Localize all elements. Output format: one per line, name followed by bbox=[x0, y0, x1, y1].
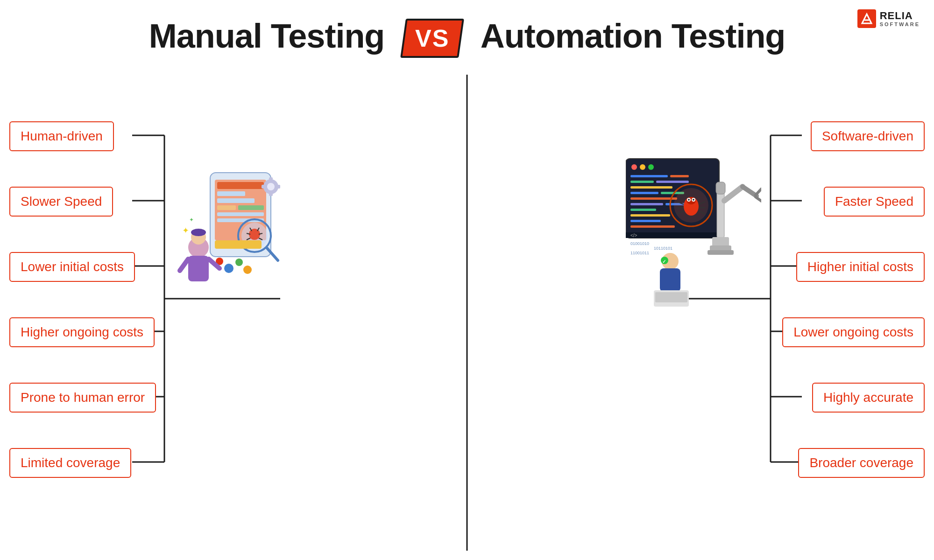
svg-text:✓: ✓ bbox=[662, 259, 666, 264]
right-box-4: Lower ongoing costs bbox=[782, 317, 925, 347]
manual-illustration: ✦ ✦ bbox=[173, 159, 294, 308]
left-title: Manual Testing bbox=[149, 17, 385, 55]
svg-point-49 bbox=[191, 229, 206, 236]
svg-point-58 bbox=[640, 164, 645, 170]
svg-line-95 bbox=[724, 187, 743, 201]
svg-rect-94 bbox=[716, 182, 725, 194]
svg-rect-39 bbox=[269, 177, 273, 182]
left-box-6: Limited coverage bbox=[9, 448, 131, 478]
svg-rect-65 bbox=[630, 192, 658, 194]
svg-rect-70 bbox=[630, 209, 656, 211]
svg-line-51 bbox=[180, 259, 188, 271]
right-box-2: Faster Speed bbox=[824, 187, 925, 217]
svg-rect-62 bbox=[630, 181, 654, 183]
svg-rect-71 bbox=[630, 214, 670, 217]
svg-rect-24 bbox=[238, 205, 264, 210]
left-box-5: Prone to human error bbox=[9, 383, 156, 413]
right-title: Automation Testing bbox=[481, 17, 785, 55]
svg-text:✦: ✦ bbox=[182, 226, 189, 235]
svg-rect-25 bbox=[217, 212, 264, 216]
right-box-1: Software-driven bbox=[811, 121, 925, 151]
svg-point-44 bbox=[224, 264, 234, 273]
svg-rect-42 bbox=[276, 185, 280, 189]
svg-rect-103 bbox=[660, 268, 680, 292]
svg-point-46 bbox=[243, 266, 252, 274]
right-box-5: Highly accurate bbox=[812, 383, 925, 413]
svg-text:11001011: 11001011 bbox=[630, 251, 649, 255]
svg-rect-64 bbox=[630, 186, 672, 189]
svg-point-38 bbox=[267, 183, 275, 190]
svg-rect-20 bbox=[217, 182, 264, 189]
svg-rect-63 bbox=[656, 181, 689, 183]
titles-row: Manual Testing VS Automation Testing bbox=[0, 14, 934, 58]
vs-badge: VS bbox=[403, 19, 461, 58]
svg-point-30 bbox=[249, 229, 260, 240]
right-box-6: Broader coverage bbox=[798, 448, 925, 478]
svg-rect-23 bbox=[217, 205, 236, 210]
svg-text:10110101: 10110101 bbox=[654, 246, 672, 251]
svg-line-97 bbox=[756, 189, 761, 195]
svg-point-57 bbox=[631, 164, 637, 170]
auto-illustration: </> 01001010 10110101 11001011 ✓ bbox=[626, 154, 761, 313]
svg-point-82 bbox=[688, 199, 690, 201]
svg-rect-60 bbox=[630, 175, 668, 177]
svg-rect-101 bbox=[708, 250, 734, 255]
svg-text:01001010: 01001010 bbox=[630, 241, 649, 246]
svg-rect-73 bbox=[630, 225, 675, 228]
vs-text: VS bbox=[415, 24, 449, 52]
left-box-4: Higher ongoing costs bbox=[9, 317, 155, 347]
svg-point-45 bbox=[235, 259, 243, 266]
svg-text:</>: </> bbox=[630, 233, 637, 238]
svg-rect-72 bbox=[630, 220, 661, 222]
svg-rect-68 bbox=[630, 203, 663, 205]
svg-rect-50 bbox=[188, 256, 209, 281]
svg-rect-21 bbox=[217, 191, 245, 196]
svg-rect-41 bbox=[262, 185, 266, 189]
svg-rect-22 bbox=[217, 198, 255, 203]
svg-point-83 bbox=[693, 199, 694, 201]
svg-rect-55 bbox=[215, 240, 262, 249]
left-box-2: Slower Speed bbox=[9, 187, 113, 217]
svg-rect-67 bbox=[630, 197, 677, 200]
svg-line-98 bbox=[756, 197, 761, 202]
svg-text:✦: ✦ bbox=[189, 217, 194, 223]
left-box-3: Lower initial costs bbox=[9, 252, 135, 282]
right-box-3: Higher initial costs bbox=[796, 252, 925, 282]
center-divider bbox=[467, 75, 468, 551]
svg-rect-99 bbox=[712, 237, 729, 246]
svg-rect-40 bbox=[269, 191, 273, 196]
left-box-1: Human-driven bbox=[9, 121, 114, 151]
svg-point-59 bbox=[648, 164, 654, 170]
svg-rect-61 bbox=[670, 175, 689, 177]
svg-rect-107 bbox=[655, 292, 687, 302]
svg-rect-74 bbox=[626, 232, 719, 238]
